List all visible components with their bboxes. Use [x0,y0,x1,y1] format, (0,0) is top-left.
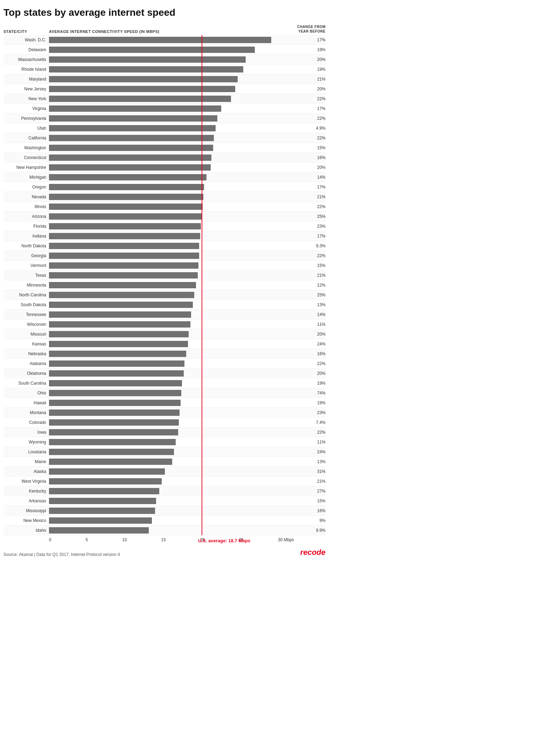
state-label: Kansas [4,342,49,346]
bar [49,213,202,220]
bar [49,341,188,347]
bar-area [49,94,294,103]
change-value: 21% [294,77,326,82]
bar-area [49,133,294,143]
state-label: Nebraska [4,351,49,356]
change-value: 7.4% [294,420,326,425]
x-tick: 15 [161,537,166,542]
x-tick: 5 [86,537,88,542]
bar-area [49,467,294,476]
table-row: Maryland21% [4,74,326,84]
table-row: Utah4.9% [4,123,326,133]
bar-area [49,349,294,358]
bar-area [49,496,294,505]
change-value: 22% [294,96,326,101]
bar [49,410,180,416]
change-value: 20% [294,332,326,337]
bar [49,360,184,367]
change-value: 21% [294,273,326,278]
state-label: South Dakota [4,302,49,307]
table-row: Georgia22% [4,251,326,261]
change-value: 14% [294,175,326,180]
change-value: 17% [294,37,326,42]
change-value: 15% [294,263,326,268]
state-label: New Mexico [4,518,49,523]
bar [49,125,216,131]
bar [49,66,243,73]
bar-area [49,45,294,54]
bar [49,449,174,455]
bar-area [49,300,294,309]
change-value: 9.9% [294,528,326,533]
table-row: South Dakota13% [4,300,326,310]
bar-area [49,378,294,388]
bar [49,390,181,396]
change-value: 17% [294,185,326,190]
bar-area [49,525,294,535]
state-label: Arkansas [4,498,49,503]
footer: Source: Akamai | Data for Q1 2017, Inter… [4,546,326,557]
table-row: Illinois22% [4,202,326,212]
state-label: North Dakota [4,243,49,248]
change-value: 9.3% [294,243,326,248]
bar-area [49,388,294,398]
bar-area [49,212,294,221]
bar [49,164,211,171]
table-row: Alabama22% [4,359,326,369]
change-value: 31% [294,469,326,474]
state-label: New Jersey [4,87,49,91]
state-label: North Carolina [4,293,49,297]
bar [49,272,198,278]
table-row: Maine13% [4,457,326,467]
state-label: Alaska [4,469,49,474]
us-average-label: U.S. average: 18.7 Mbps [198,538,250,543]
change-value: 22% [294,430,326,435]
change-value: 19% [294,47,326,52]
bar-area [49,182,294,192]
change-value: 22% [294,136,326,140]
bar [49,488,159,494]
state-label: Nevada [4,194,49,199]
table-row: Pennsylvania22% [4,114,326,123]
table-row: Hawaii19% [4,398,326,408]
bar [49,96,231,102]
bar [49,184,204,190]
change-value: 22% [294,116,326,121]
bar [49,419,179,426]
bar [49,508,155,514]
bar-area [49,398,294,407]
table-row: Indiana17% [4,231,326,241]
bar-area [49,84,294,94]
state-label: Wisconsin [4,322,49,327]
table-row: Florida23% [4,221,326,231]
change-value: 19% [294,381,326,386]
change-value: 19% [294,400,326,405]
bar [49,174,206,180]
state-label: Maryland [4,77,49,82]
chart-container: STATE/CITY AVERAGE INTERNET CONNECTIVITY… [4,25,326,542]
bar-area [49,153,294,162]
state-label: Iowa [4,430,49,435]
state-label: Ohio [4,391,49,395]
table-row: Delaware19% [4,45,326,55]
bar-area [49,231,294,241]
bar [49,321,190,328]
bar [49,233,200,239]
bar [49,86,235,92]
bar [49,135,214,141]
state-label: Connecticut [4,155,49,160]
table-row: Arkansas15% [4,496,326,506]
bar-area [49,516,294,525]
bar [49,282,196,288]
change-value: 23% [294,410,326,415]
recode-logo: recode [300,548,326,557]
state-label: Minnesota [4,283,49,288]
bar-area [49,486,294,496]
change-value: 9% [294,518,326,523]
state-label: Virginia [4,106,49,111]
state-label: Mississippi [4,508,49,513]
change-value: 20% [294,57,326,62]
change-value: 17% [294,106,326,111]
x-tick: 10 [122,537,127,542]
change-value: 13% [294,302,326,307]
